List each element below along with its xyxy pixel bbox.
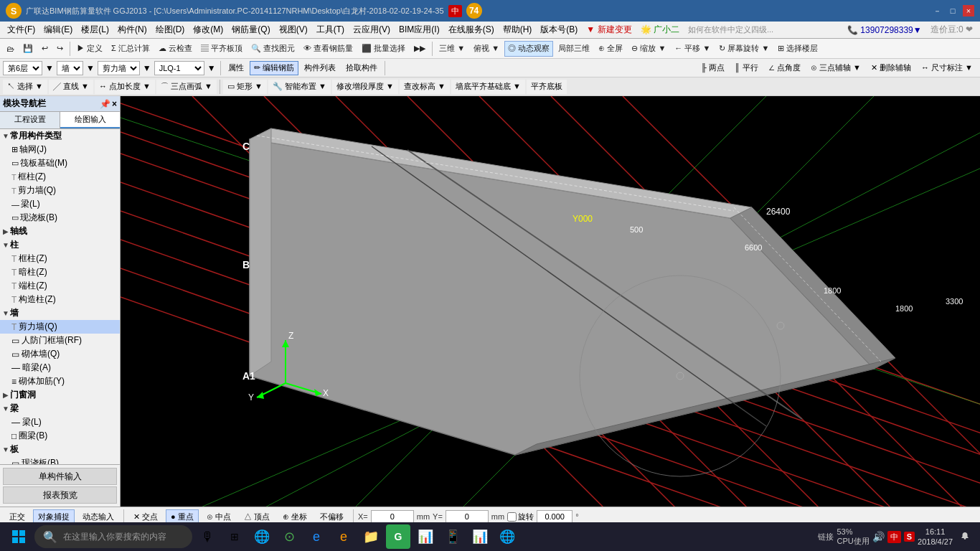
tree-ring-beam[interactable]: □ 圈梁(B) — [0, 429, 120, 443]
tb-save[interactable]: 💾 — [19, 41, 37, 57]
tree-arrow-wall[interactable]: ▼ — [1, 309, 10, 317]
tree-axis[interactable]: ⊞ 轴网(J) — [0, 143, 120, 156]
snap-y-input[interactable] — [446, 510, 489, 523]
tb-zoom[interactable]: ⊖ 缩放 ▼ — [628, 41, 669, 57]
tree-door-window-section[interactable]: ▶ 门窗洞 — [0, 388, 120, 402]
menu-phone[interactable]: 📞 13907298339▼ — [843, 24, 926, 37]
tb-batch-select[interactable]: ⬛ 批量选择 — [358, 41, 409, 57]
taskbar-gcal-icon[interactable]: 📊 — [413, 524, 438, 549]
tree-shear-wall[interactable]: T 剪力墙(Q) — [0, 184, 120, 197]
tree-arrow-axis[interactable]: ▶ — [1, 227, 10, 235]
tb-align-bottom-slab[interactable]: 平齐底板 — [527, 80, 567, 94]
tree-col-section[interactable]: ▼ 柱 — [0, 238, 120, 252]
tb-check-elevation[interactable]: 查改标高 ▼ — [400, 80, 450, 94]
menu-modify[interactable]: 修改(M) — [189, 22, 227, 37]
menu-component[interactable]: 构件(N) — [113, 22, 151, 37]
tb-define[interactable]: ▶ 定义 — [73, 41, 106, 57]
tree-cast-slab[interactable]: ▭ 现浇板(B) — [0, 211, 120, 225]
taskbar-edge-icon[interactable]: 🌐 — [250, 524, 274, 549]
tb-modify-thickness[interactable]: 修改增段厚度 ▼ — [332, 80, 398, 94]
menu-view[interactable]: 视图(V) — [275, 22, 312, 37]
tb-three-arc[interactable]: ⌒ 三点画弧 ▼ — [156, 80, 217, 94]
tb-parallel[interactable]: ║ 平行 — [730, 61, 763, 75]
tree-beam[interactable]: — 梁(L) — [0, 197, 120, 211]
tb-del-aux[interactable]: ✕ 删除辅轴 — [867, 61, 915, 75]
menu-file[interactable]: 文件(F) — [3, 22, 39, 37]
tree-arrow-col[interactable]: ▼ — [1, 241, 10, 249]
tree-slab-section[interactable]: ▼ 板 — [0, 443, 120, 456]
snap-object[interactable]: 对象捕捉 — [33, 509, 75, 524]
taskbar-task-view[interactable]: ⊞ — [222, 524, 247, 549]
tb-dimension[interactable]: ↔ 尺寸标注 ▼ — [917, 61, 977, 75]
menu-cloud[interactable]: 云应用(V) — [349, 22, 395, 37]
taskbar-ie2-icon[interactable]: e — [331, 524, 356, 549]
tb-cloud-check[interactable]: ☁ 云检查 — [155, 41, 196, 57]
menu-rebar[interactable]: 钢筋量(Q) — [227, 22, 274, 37]
snap-vertex[interactable]: △ 顶点 — [239, 509, 275, 524]
snap-center[interactable]: ⊙ 中点 — [202, 509, 236, 524]
menu-ad[interactable]: 🌟 广小二 — [636, 22, 684, 37]
tree-struct-col[interactable]: T 构造柱(Z) — [0, 293, 120, 306]
tb-3d[interactable]: 三维 ▼ — [435, 41, 468, 57]
tree-wall-section[interactable]: ▼ 墙 — [0, 306, 120, 320]
taskbar-search[interactable]: 🔍 在这里输入你要搜索的内容 — [34, 525, 192, 548]
tb-screen-rotate[interactable]: ↻ 屏幕旋转 ▼ — [715, 41, 773, 57]
tree-dark-col[interactable]: T 暗柱(Z) — [0, 265, 120, 279]
tb-local-3d[interactable]: 局部三维 — [555, 41, 593, 57]
snap-rotate-checkbox[interactable] — [507, 512, 517, 522]
menu-bim[interactable]: BIM应用(I) — [395, 22, 444, 37]
taskbar-g-icon[interactable]: G — [386, 524, 410, 549]
snap-coordinate[interactable]: ⊕ 坐标 — [278, 509, 312, 524]
menu-edit[interactable]: 编辑(E) — [39, 22, 77, 37]
tree-beam-section[interactable]: ▼ 梁 — [0, 402, 120, 415]
taskbar-mic-icon[interactable]: 🎙 — [195, 524, 220, 549]
menu-new-change[interactable]: ▼ 新建变更 — [582, 22, 636, 37]
tree-arrow-beam[interactable]: ▼ — [1, 405, 10, 413]
tb-select-floor[interactable]: ⊞ 选择楼层 — [774, 41, 821, 57]
tb-point-extend[interactable]: ↔ 点加长度 ▼ — [95, 80, 155, 94]
tb-dynamic-view[interactable]: ◎ 动态观察 — [504, 41, 553, 57]
taskbar-chrome-icon[interactable]: ⊙ — [277, 524, 301, 549]
menu-tools[interactable]: 工具(T) — [312, 22, 349, 37]
panel-pin-btn[interactable]: 📌 — [100, 99, 110, 109]
tb-properties[interactable]: 属性 — [224, 61, 248, 75]
tree-cast-slab2[interactable]: ▭ 现浇板(B) — [0, 456, 120, 464]
tb-undo[interactable]: ↩ — [38, 41, 52, 57]
tree-raft[interactable]: ▭ 筏板基础(M) — [0, 156, 120, 170]
tb-two-point[interactable]: ╟ 两点 — [697, 61, 729, 75]
menu-version[interactable]: 版本号(B) — [536, 22, 582, 37]
snap-midpoint[interactable]: ● 重点 — [166, 509, 199, 524]
tree-end-col[interactable]: T 端柱(Z) — [0, 279, 120, 293]
tree-arrow-slab[interactable]: ▼ — [1, 446, 10, 453]
taskbar-chart-icon[interactable]: 📊 — [468, 524, 492, 549]
tree-civil-defense-wall[interactable]: ▭ 人防门框墙(RF) — [0, 334, 120, 347]
nav-draw-input[interactable]: 绘图输入 — [60, 112, 120, 128]
snap-dynamic-input[interactable]: 动态输入 — [77, 509, 119, 524]
tb-select[interactable]: ↖ 选择 ▼ — [3, 80, 47, 94]
menu-online[interactable]: 在线服务(S) — [444, 22, 499, 37]
tb-pan[interactable]: ← 平移 ▼ — [671, 41, 714, 57]
tb-fullscreen[interactable]: ⊕ 全屏 — [595, 41, 626, 57]
tree-beam2[interactable]: — 梁(L) — [0, 415, 120, 429]
tb-more[interactable]: ▶▶ — [410, 41, 429, 57]
menu-floor[interactable]: 楼层(L) — [77, 22, 113, 37]
tb-top-view[interactable]: 俯视 ▼ — [470, 41, 503, 57]
tb-find[interactable]: 🔍 查找图元 — [248, 41, 298, 57]
tree-masonry-wall[interactable]: ▭ 砌体墙(Q) — [0, 347, 120, 361]
taskbar-s-icon[interactable]: S — [904, 532, 915, 542]
component-code-select[interactable]: JLQ-1 — [154, 61, 204, 75]
tree-arrow-dw[interactable]: ▶ — [1, 391, 10, 399]
single-component-input-btn[interactable]: 单构件输入 — [3, 468, 117, 485]
snap-rotate-input[interactable] — [537, 510, 573, 523]
tree-shear-wall2[interactable]: T 剪力墙(Q) — [0, 320, 120, 334]
taskbar-web2-icon[interactable]: 🌐 — [495, 524, 519, 549]
menu-help[interactable]: 帮助(H) — [499, 22, 537, 37]
tb-pick-component[interactable]: 拾取构件 — [341, 61, 382, 75]
tb-line[interactable]: ╱ 直线 ▼ — [49, 80, 93, 94]
floor-select[interactable]: 第6层 — [3, 61, 42, 75]
taskbar-phone-icon[interactable]: 📱 — [440, 524, 465, 549]
tb-three-point-aux[interactable]: ⊙ 三点辅轴 ▼ — [806, 61, 865, 75]
tree-axis-section[interactable]: ▶ 轴线 — [0, 225, 120, 238]
menu-price[interactable]: 造价豆:0 ❤ — [926, 22, 977, 37]
tb-redo[interactable]: ↪ — [53, 41, 67, 57]
